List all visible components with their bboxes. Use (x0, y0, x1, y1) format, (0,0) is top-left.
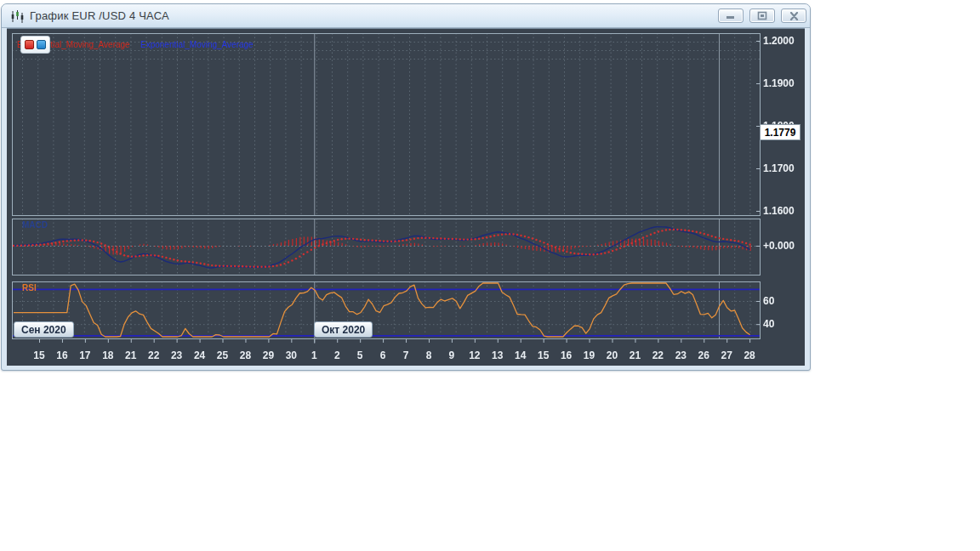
day-label: 29 (255, 349, 281, 361)
day-label: 26 (691, 349, 716, 361)
day-label: 8 (416, 349, 442, 361)
day-label: 25 (210, 349, 236, 361)
macd-panel-label: MACD (22, 220, 48, 230)
day-label: 15 (531, 349, 556, 361)
ema-blue-legend: Exponential_Moving_Average (140, 40, 254, 49)
day-label: 14 (508, 349, 533, 361)
rsi-panel-label: RSI (22, 283, 37, 293)
day-label: 23 (164, 349, 190, 361)
minimize-button[interactable] (718, 9, 744, 23)
window-title: График EUR /USD 4 ЧАСА (30, 9, 169, 22)
macd-axis-label: +0.000 (763, 240, 795, 252)
day-label: 15 (26, 349, 52, 361)
day-label: 2 (324, 349, 350, 361)
price-chart-canvas[interactable] (7, 29, 805, 366)
rsi-axis-label: 40 (763, 318, 774, 330)
day-label: 22 (141, 349, 167, 361)
minimize-icon (726, 12, 736, 20)
restore-button[interactable] (749, 9, 775, 23)
close-button[interactable] (781, 9, 806, 23)
day-label: 9 (439, 349, 464, 361)
day-label: 13 (485, 349, 510, 361)
day-label: 21 (622, 349, 647, 361)
day-label: 12 (462, 349, 487, 361)
day-label: 28 (232, 349, 258, 361)
desktop: График EUR /USD 4 ЧАСА Exponential_Movin… (0, 0, 980, 551)
day-label: 23 (668, 349, 693, 361)
blue-indicator-button[interactable] (37, 40, 46, 49)
title-bar[interactable]: График EUR /USD 4 ЧАСА (2, 4, 810, 28)
chart-window: График EUR /USD 4 ЧАСА Exponential_Movin… (1, 3, 811, 371)
day-label: 22 (645, 349, 670, 361)
candlestick-chart-icon (10, 9, 25, 24)
day-label: 28 (737, 349, 762, 361)
chart-area: Exponential_Moving_Average Exponential_M… (7, 28, 805, 365)
close-icon (789, 12, 799, 20)
day-label: 16 (554, 349, 579, 361)
day-label: 16 (49, 349, 75, 361)
day-label: 18 (95, 349, 121, 361)
day-label: 19 (577, 349, 602, 361)
indicator-toolbox (20, 36, 50, 54)
price-axis-label: 1.1900 (763, 77, 795, 89)
price-axis-label: 1.2000 (763, 35, 795, 47)
rsi-axis-label: 60 (763, 295, 774, 307)
month-label-sep: Сен 2020 (14, 321, 74, 338)
month-label-okt: Окт 2020 (314, 321, 373, 338)
day-label: 17 (72, 349, 98, 361)
day-label: 6 (370, 349, 396, 361)
day-label: 21 (118, 349, 144, 361)
current-price-box: 1.1779 (760, 124, 801, 140)
price-axis-label: 1.1700 (763, 162, 795, 174)
price-axis-label: 1.1600 (763, 205, 795, 217)
day-label: 1 (301, 349, 327, 361)
day-label: 30 (278, 349, 304, 361)
day-label: 7 (393, 349, 419, 361)
window-controls (718, 9, 806, 23)
day-label: 20 (600, 349, 625, 361)
day-label: 24 (187, 349, 213, 361)
day-label: 5 (347, 349, 373, 361)
restore-icon (757, 11, 767, 20)
red-indicator-button[interactable] (25, 40, 34, 49)
day-label: 27 (714, 349, 739, 361)
